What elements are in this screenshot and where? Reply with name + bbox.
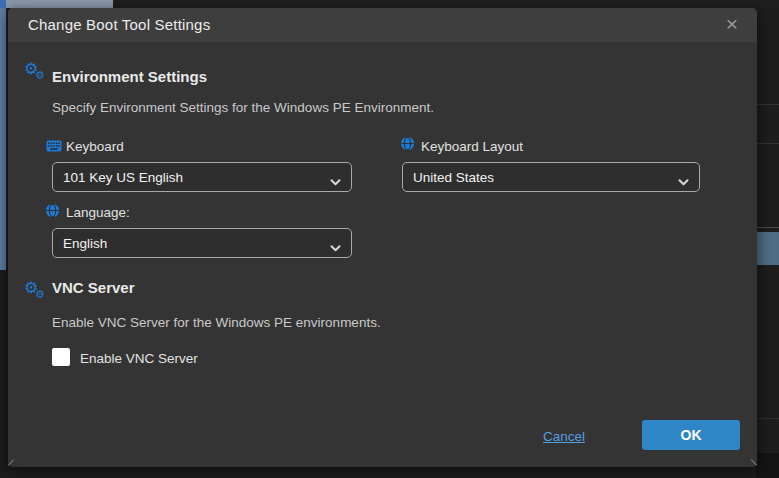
environment-settings-heading: Environment Settings xyxy=(52,68,207,85)
chevron-down-icon xyxy=(330,174,341,189)
dialog-titlebar: Change Boot Tool Settings × xyxy=(8,8,757,42)
background-bottom-band xyxy=(756,453,779,478)
dialog-title: Change Boot Tool Settings xyxy=(28,8,210,42)
change-boot-tool-settings-dialog: Change Boot Tool Settings × ⚙ ⚙ Environm… xyxy=(8,8,757,467)
background-tab-remnant xyxy=(6,0,113,8)
keyboard-select-value: 101 Key US English xyxy=(63,170,183,185)
ok-button[interactable]: OK xyxy=(642,420,740,450)
background-row-divider xyxy=(756,143,779,144)
keyboard-icon xyxy=(46,138,62,156)
background-row-divider xyxy=(756,418,779,419)
screen: Change Boot Tool Settings × ⚙ ⚙ Environm… xyxy=(0,0,779,478)
vnc-server-gears-icon: ⚙ ⚙ xyxy=(24,283,50,305)
environment-settings-gears-icon: ⚙ ⚙ xyxy=(24,64,50,86)
close-icon[interactable]: × xyxy=(719,8,745,42)
globe-icon xyxy=(45,203,60,222)
background-row-divider xyxy=(756,104,779,105)
chevron-down-icon xyxy=(330,240,341,255)
background-selected-row xyxy=(756,232,779,265)
enable-vnc-checkbox-label[interactable]: Enable VNC Server xyxy=(80,351,198,366)
background-row-divider xyxy=(756,227,779,228)
language-label: Language: xyxy=(66,205,130,220)
vnc-server-description: Enable VNC Server for the Windows PE env… xyxy=(52,315,381,330)
language-select-value: English xyxy=(63,236,107,251)
background-top-band xyxy=(113,0,779,8)
background-left-panel-edge xyxy=(0,0,6,270)
vnc-server-heading: VNC Server xyxy=(52,279,135,296)
keyboard-layout-select-value: United States xyxy=(413,170,494,185)
resize-grip[interactable] xyxy=(751,459,757,465)
cancel-link[interactable]: Cancel xyxy=(543,429,585,444)
language-select[interactable]: English xyxy=(52,228,352,258)
environment-settings-description: Specify Environment Settings for the Win… xyxy=(52,100,434,115)
globe-icon xyxy=(400,136,415,155)
keyboard-select[interactable]: 101 Key US English xyxy=(52,162,352,192)
keyboard-label: Keyboard xyxy=(66,139,124,154)
keyboard-layout-label: Keyboard Layout xyxy=(421,139,523,154)
enable-vnc-checkbox[interactable] xyxy=(52,348,70,366)
chevron-down-icon xyxy=(678,174,689,189)
resize-grip[interactable] xyxy=(8,459,14,465)
keyboard-layout-select[interactable]: United States xyxy=(402,162,700,192)
